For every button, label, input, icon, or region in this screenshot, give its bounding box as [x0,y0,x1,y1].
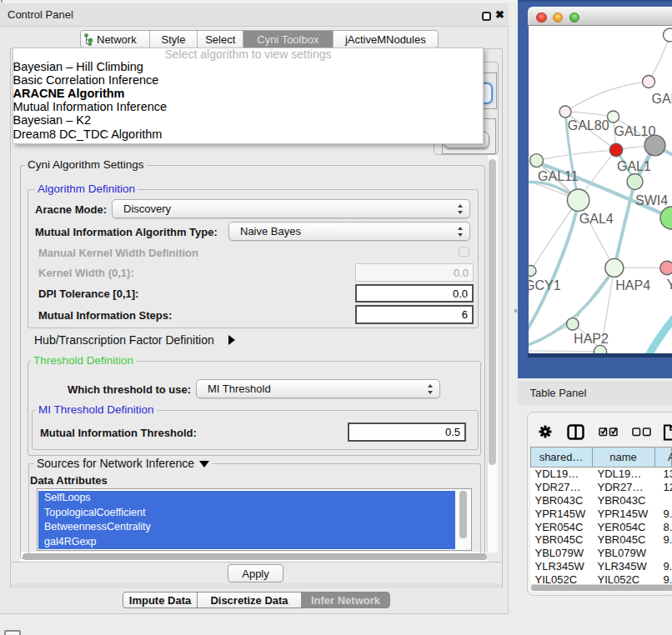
svg-text:GCY1: GCY1 [529,278,561,292]
svg-text:Y: Y [666,278,672,292]
svg-text:HAP2: HAP2 [574,332,609,346]
svg-text:GAL11: GAL11 [538,169,579,183]
svg-text:GAL10: GAL10 [614,124,655,138]
svg-text:HAP4: HAP4 [615,278,650,292]
svg-text:GAL80: GAL80 [567,118,609,132]
svg-text:GAL7: GAL7 [651,92,672,106]
svg-text:SWI4: SWI4 [635,193,668,208]
svg-text:GAL4: GAL4 [579,212,613,226]
svg-text:GAL1: GAL1 [617,159,651,173]
